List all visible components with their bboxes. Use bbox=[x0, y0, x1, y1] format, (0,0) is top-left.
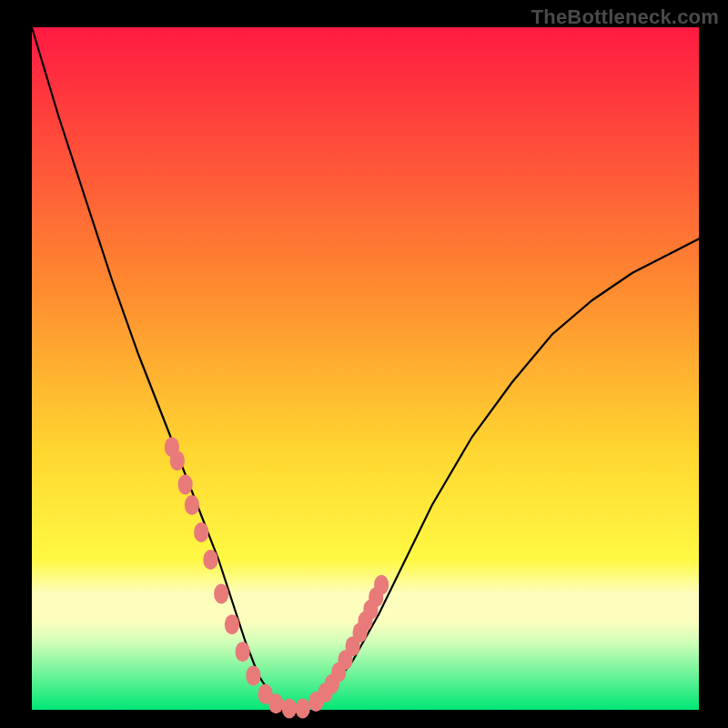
marker-dot bbox=[296, 699, 310, 719]
marker-dot bbox=[178, 475, 193, 495]
chart-container: TheBottleneck.com bbox=[0, 0, 728, 728]
bottleneck-plot bbox=[0, 0, 728, 728]
marker-dot bbox=[203, 550, 217, 570]
marker-dot bbox=[225, 614, 239, 634]
marker-dot bbox=[246, 666, 260, 686]
marker-dot bbox=[194, 522, 208, 542]
marker-dot bbox=[374, 575, 389, 595]
marker-dot bbox=[236, 642, 250, 662]
marker-dot bbox=[268, 693, 283, 713]
marker-dot bbox=[282, 699, 297, 719]
marker-dot bbox=[170, 450, 185, 470]
marker-dot bbox=[214, 584, 228, 604]
watermark-text: TheBottleneck.com bbox=[531, 5, 719, 29]
marker-dot bbox=[185, 495, 199, 515]
